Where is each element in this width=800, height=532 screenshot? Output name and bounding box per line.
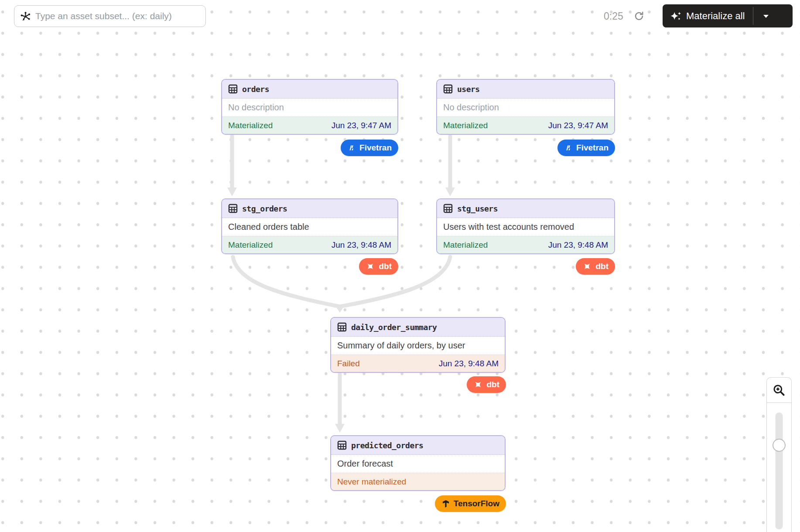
kind-badge-dbt[interactable]: dbt (576, 258, 615, 275)
asset-status-row: Materialized Jun 23, 9:48 AM (437, 236, 614, 253)
table-icon (228, 84, 238, 94)
asset-graph-icon (20, 10, 31, 22)
table-icon (443, 204, 453, 213)
asset-title: orders (242, 85, 269, 94)
asset-title: predicted_orders (351, 441, 423, 450)
status-label: Materialized (228, 240, 273, 250)
asset-title: daily_order_summary (351, 323, 437, 332)
materialize-all-button[interactable]: Materialize all (663, 4, 793, 27)
asset-title: users (457, 85, 480, 94)
kind-badge-label: Fivetran (576, 143, 609, 153)
materialize-options-button[interactable] (753, 4, 779, 27)
status-timestamp: Jun 23, 9:48 AM (332, 240, 391, 250)
asset-node-users[interactable]: users No description Materialized Jun 23… (436, 79, 615, 135)
kind-badge-label: dbt (595, 262, 609, 271)
table-icon (228, 204, 238, 213)
status-label: Never materialized (337, 477, 406, 487)
sparkles-icon (670, 10, 681, 22)
kind-badge-label: dbt (379, 262, 392, 271)
asset-node-predicted-orders[interactable]: predicted_orders Order forecast Never ma… (330, 435, 506, 491)
dbt-logo-icon (366, 262, 375, 271)
asset-node-daily-order-summary[interactable]: daily_order_summary Summary of daily ord… (330, 317, 506, 373)
asset-status-row: Failed Jun 23, 9:48 AM (331, 355, 505, 372)
edge-stgorders-daily (233, 257, 340, 307)
asset-description: Cleaned orders table (222, 218, 397, 236)
materialize-all-label: Materialize all (686, 10, 745, 22)
asset-search (14, 5, 206, 27)
zoom-control-panel (766, 377, 792, 532)
kind-badge-label: dbt (486, 380, 499, 389)
kind-badge-dbt[interactable]: dbt (359, 258, 398, 275)
refresh-button[interactable] (632, 10, 646, 23)
table-icon (443, 84, 453, 94)
elapsed-timer: 0:25 (604, 10, 623, 22)
fivetran-logo-icon (347, 143, 356, 152)
zoom-slider-track[interactable] (776, 413, 783, 529)
table-icon (337, 322, 347, 332)
status-timestamp: Jun 23, 9:47 AM (332, 121, 391, 130)
dbt-logo-icon (582, 262, 592, 271)
status-timestamp: Jun 23, 9:48 AM (548, 240, 608, 250)
kind-badge-fivetran[interactable]: Fivetran (557, 140, 615, 156)
asset-status-row: Materialized Jun 23, 9:47 AM (222, 116, 397, 134)
asset-title: stg_orders (242, 204, 287, 213)
dbt-logo-icon (473, 380, 483, 389)
asset-description: Order forecast (331, 455, 505, 473)
asset-description: No description (222, 99, 397, 116)
chevron-down-icon (762, 14, 769, 19)
asset-status-row: Never materialized (331, 473, 505, 490)
status-label: Materialized (228, 121, 273, 130)
kind-badge-fivetran[interactable]: Fivetran (341, 140, 398, 156)
refresh-icon (633, 10, 645, 22)
zoom-slider-thumb[interactable] (773, 439, 786, 452)
kind-badge-tensorflow[interactable]: TensorFlow (435, 495, 506, 512)
asset-status-row: Materialized Jun 23, 9:48 AM (222, 236, 397, 253)
kind-badge-label: TensorFlow (454, 499, 499, 508)
tensorflow-logo-icon (441, 499, 450, 508)
asset-title: stg_users (457, 204, 498, 213)
asset-graph-canvas[interactable]: orders No description Materialized Jun 2… (0, 0, 800, 532)
search-input[interactable] (14, 5, 206, 27)
asset-status-row: Materialized Jun 23, 9:47 AM (437, 116, 614, 134)
fivetran-logo-icon (564, 143, 573, 152)
table-icon (337, 440, 347, 450)
kind-badge-dbt[interactable]: dbt (467, 376, 506, 393)
status-label: Failed (337, 359, 360, 368)
asset-description: Users with test accounts removed (437, 218, 614, 236)
magnifier-plus-icon (772, 383, 786, 397)
asset-node-stg-users[interactable]: stg_users Users with test accounts remov… (436, 198, 615, 254)
status-label: Materialized (443, 240, 488, 250)
zoom-in-button[interactable] (767, 378, 791, 403)
asset-description: No description (437, 99, 614, 116)
asset-node-orders[interactable]: orders No description Materialized Jun 2… (221, 79, 398, 135)
status-timestamp: Jun 23, 9:48 AM (439, 359, 499, 368)
asset-description: Summary of daily orders, by user (331, 337, 505, 355)
status-timestamp: Jun 23, 9:47 AM (548, 121, 608, 130)
kind-badge-label: Fivetran (359, 143, 392, 153)
status-label: Materialized (443, 121, 488, 130)
asset-node-stg-orders[interactable]: stg_orders Cleaned orders table Material… (221, 198, 398, 254)
